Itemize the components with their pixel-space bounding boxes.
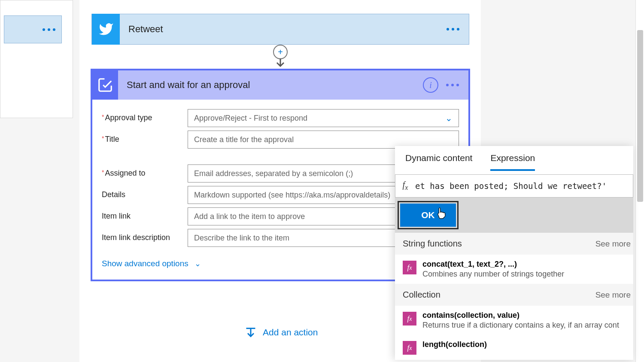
tab-dynamic-content[interactable]: Dynamic content bbox=[405, 153, 472, 171]
expression-popup: Dynamic content Expression fx et has bee… bbox=[395, 146, 633, 360]
approval-icon bbox=[92, 70, 118, 100]
ok-button[interactable]: OK bbox=[400, 204, 456, 227]
field-row-approval-type: *Approval type Approve/Reject - First to… bbox=[92, 100, 468, 127]
add-action-button[interactable]: Add an action bbox=[245, 326, 318, 338]
expression-text: et has been posted; Should we retweet?' bbox=[415, 181, 633, 191]
more-icon[interactable] bbox=[43, 28, 55, 31]
chevron-down-icon: ⌄ bbox=[194, 259, 201, 268]
section-string-functions: String functions See more bbox=[395, 233, 633, 255]
approval-card-title: Start and wait for an approval bbox=[118, 79, 423, 91]
section-label: String functions bbox=[403, 239, 462, 249]
previous-step-card-stub bbox=[0, 0, 73, 118]
flow-connector: + bbox=[267, 45, 293, 69]
info-icon[interactable]: i bbox=[423, 77, 438, 93]
section-collection: Collection See more bbox=[395, 284, 633, 306]
fx-icon: fx bbox=[403, 312, 416, 325]
function-signature: concat(text_1, text_2?, ...) bbox=[422, 260, 564, 269]
popup-tabs: Dynamic content Expression bbox=[395, 146, 633, 171]
scrollbar-thumb[interactable] bbox=[637, 30, 643, 202]
scrollbar[interactable] bbox=[635, 0, 644, 362]
function-signature: length(collection) bbox=[422, 340, 487, 349]
retweet-action-card[interactable]: Retweet bbox=[91, 14, 469, 45]
function-concat[interactable]: fx concat(text_1, text_2?, ...) Combines… bbox=[395, 255, 633, 284]
insert-step-button[interactable]: + bbox=[273, 45, 288, 59]
more-icon[interactable] bbox=[447, 28, 469, 30]
field-label: Item link bbox=[102, 207, 188, 221]
function-signature: contains(collection, value) bbox=[422, 311, 619, 320]
fx-icon: fx bbox=[403, 341, 416, 355]
function-contains[interactable]: fx contains(collection, value) Returns t… bbox=[395, 306, 633, 335]
fx-icon: fx bbox=[403, 261, 416, 274]
function-description: Returns true if a dictionary contains a … bbox=[422, 321, 619, 330]
field-label: *Assigned to bbox=[102, 164, 188, 178]
field-label: *Approval type bbox=[102, 109, 188, 122]
field-label: Item link description bbox=[102, 229, 188, 242]
approval-card-header[interactable]: Start and wait for an approval i bbox=[92, 70, 468, 100]
field-label: Details bbox=[102, 186, 188, 199]
field-row-title: *Title Create a title for the approval bbox=[92, 127, 468, 149]
more-icon[interactable] bbox=[446, 84, 459, 86]
field-label: *Title bbox=[102, 131, 188, 144]
approval-type-select[interactable]: Approve/Reject - First to respond ⌄ bbox=[188, 109, 459, 127]
previous-step-header[interactable] bbox=[4, 15, 62, 43]
retweet-card-title: Retweet bbox=[120, 24, 447, 35]
function-length[interactable]: fx length(collection) bbox=[395, 335, 633, 360]
see-more-link[interactable]: See more bbox=[595, 239, 633, 249]
fx-icon: fx bbox=[395, 180, 415, 192]
expression-input[interactable]: fx et has been posted; Should we retweet… bbox=[395, 174, 633, 198]
chevron-down-icon: ⌄ bbox=[445, 113, 453, 123]
twitter-icon bbox=[92, 14, 120, 45]
cursor-icon bbox=[436, 207, 447, 222]
function-description: Combines any number of strings together bbox=[422, 270, 564, 279]
section-label: Collection bbox=[403, 290, 440, 300]
tab-expression[interactable]: Expression bbox=[490, 153, 535, 171]
see-more-link[interactable]: See more bbox=[595, 290, 633, 300]
